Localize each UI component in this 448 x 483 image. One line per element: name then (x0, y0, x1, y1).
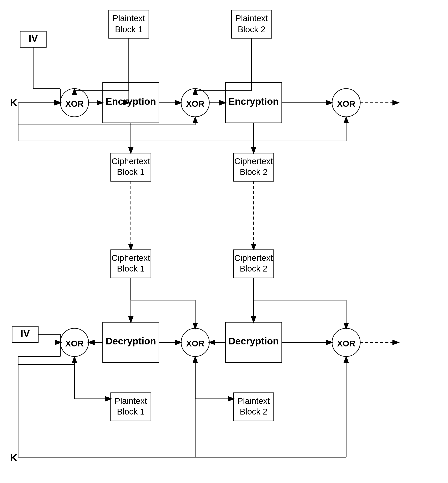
pt-block2-t1: Plaintext (235, 14, 268, 23)
k-enc: K (10, 97, 17, 108)
iv-enc-text: IV (28, 33, 38, 44)
pt-block1-t1: Plaintext (112, 14, 145, 23)
ct-block2-enc-t1: Ciphertext (234, 156, 273, 166)
pt-block2-t2: Block 2 (238, 25, 265, 34)
ct-block1-enc-t1: Ciphertext (112, 156, 150, 166)
k-dec: K (10, 452, 17, 463)
dec2-text: Decryption (228, 336, 279, 346)
ct-block2-enc-t2: Block 2 (240, 167, 267, 177)
pt-block1-dec-t2: Block 1 (117, 407, 145, 416)
pt-block2-dec-t2: Block 2 (240, 407, 267, 416)
pt-block1-t2: Block 1 (115, 25, 143, 34)
dec1-text: Decryption (106, 336, 156, 346)
ct-block1-enc-t2: Block 1 (117, 167, 145, 177)
xor1-enc-text: XOR (65, 99, 84, 109)
enc1-text: Encryption (106, 96, 156, 107)
ct-block1-dec-t1: Ciphertext (112, 253, 150, 263)
pt-block1-dec-t1: Plaintext (114, 396, 147, 406)
xor2-dec-text: XOR (186, 339, 204, 348)
ct-block2-dec-t2: Block 2 (240, 264, 267, 273)
xor1-dec-text: XOR (65, 339, 84, 348)
xor2-enc-text: XOR (186, 99, 204, 109)
iv-dec-text: IV (20, 328, 30, 339)
xor3-enc-text: XOR (337, 99, 355, 109)
xor3-dec-text: XOR (337, 339, 355, 348)
ct-block2-dec-t1: Ciphertext (234, 253, 273, 263)
svg-rect-3 (0, 0, 448, 483)
pt-block2-dec-t1: Plaintext (237, 396, 270, 406)
enc2-text: Encryption (228, 96, 279, 107)
ct-block1-dec-t2: Block 1 (117, 264, 145, 273)
